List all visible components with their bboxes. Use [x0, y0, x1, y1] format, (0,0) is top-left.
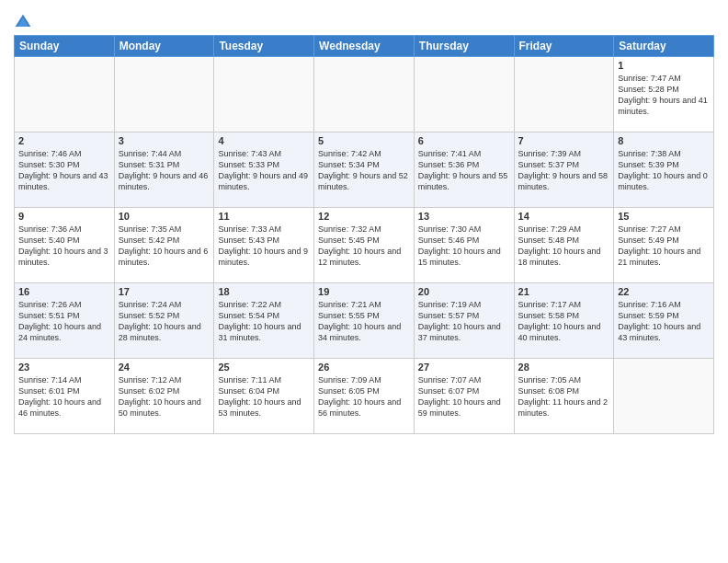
- calendar-day: [214, 57, 314, 132]
- calendar-day: 25Sunrise: 7:11 AM Sunset: 6:04 PM Dayli…: [214, 359, 314, 434]
- day-number: 3: [119, 135, 210, 146]
- calendar-day: 18Sunrise: 7:22 AM Sunset: 5:54 PM Dayli…: [214, 283, 314, 359]
- day-info: Sunrise: 7:39 AM Sunset: 5:37 PM Dayligh…: [518, 148, 610, 193]
- calendar-week-1: 1Sunrise: 7:47 AM Sunset: 5:28 PM Daylig…: [15, 57, 714, 132]
- day-info: Sunrise: 7:32 AM Sunset: 5:45 PM Dayligh…: [318, 224, 410, 269]
- day-number: 20: [418, 286, 510, 297]
- day-info: Sunrise: 7:21 AM Sunset: 5:55 PM Dayligh…: [318, 299, 410, 344]
- calendar-day: 28Sunrise: 7:05 AM Sunset: 6:08 PM Dayli…: [514, 359, 614, 434]
- calendar-week-4: 16Sunrise: 7:26 AM Sunset: 5:51 PM Dayli…: [15, 283, 714, 359]
- calendar-day: 17Sunrise: 7:24 AM Sunset: 5:52 PM Dayli…: [114, 283, 214, 359]
- logo: [14, 13, 34, 31]
- day-number: 14: [518, 211, 610, 222]
- calendar-day: 24Sunrise: 7:12 AM Sunset: 6:02 PM Dayli…: [114, 359, 214, 434]
- calendar-day: 11Sunrise: 7:33 AM Sunset: 5:43 PM Dayli…: [214, 208, 314, 283]
- day-info: Sunrise: 7:33 AM Sunset: 5:43 PM Dayligh…: [218, 224, 310, 269]
- calendar: SundayMondayTuesdayWednesdayThursdayFrid…: [14, 35, 714, 434]
- day-info: Sunrise: 7:46 AM Sunset: 5:30 PM Dayligh…: [18, 148, 110, 193]
- calendar-day: 14Sunrise: 7:29 AM Sunset: 5:48 PM Dayli…: [514, 208, 614, 283]
- day-header-saturday: Saturday: [614, 36, 714, 57]
- calendar-day: [114, 57, 214, 132]
- day-info: Sunrise: 7:14 AM Sunset: 6:01 PM Dayligh…: [18, 374, 110, 419]
- day-info: Sunrise: 7:44 AM Sunset: 5:31 PM Dayligh…: [119, 148, 210, 193]
- day-header-wednesday: Wednesday: [314, 36, 415, 57]
- day-info: Sunrise: 7:41 AM Sunset: 5:36 PM Dayligh…: [418, 148, 510, 193]
- calendar-day: 22Sunrise: 7:16 AM Sunset: 5:59 PM Dayli…: [614, 283, 714, 359]
- day-info: Sunrise: 7:26 AM Sunset: 5:51 PM Dayligh…: [18, 299, 110, 344]
- day-number: 23: [18, 362, 110, 373]
- day-header-monday: Monday: [114, 36, 214, 57]
- calendar-day: 8Sunrise: 7:38 AM Sunset: 5:39 PM Daylig…: [614, 132, 714, 208]
- day-info: Sunrise: 7:22 AM Sunset: 5:54 PM Dayligh…: [218, 299, 310, 344]
- day-header-sunday: Sunday: [15, 36, 115, 57]
- day-info: Sunrise: 7:43 AM Sunset: 5:33 PM Dayligh…: [218, 148, 310, 193]
- day-number: 5: [318, 135, 410, 146]
- day-number: 24: [119, 362, 210, 373]
- calendar-week-3: 9Sunrise: 7:36 AM Sunset: 5:40 PM Daylig…: [15, 208, 714, 283]
- day-number: 6: [418, 135, 510, 146]
- calendar-day: 15Sunrise: 7:27 AM Sunset: 5:49 PM Dayli…: [614, 208, 714, 283]
- day-info: Sunrise: 7:17 AM Sunset: 5:58 PM Dayligh…: [518, 299, 610, 344]
- calendar-day: 12Sunrise: 7:32 AM Sunset: 5:45 PM Dayli…: [314, 208, 415, 283]
- page-container: SundayMondayTuesdayWednesdayThursdayFrid…: [0, 0, 728, 439]
- day-number: 18: [218, 286, 310, 297]
- day-number: 8: [618, 135, 710, 146]
- calendar-day: 6Sunrise: 7:41 AM Sunset: 5:36 PM Daylig…: [414, 132, 514, 208]
- calendar-day: 20Sunrise: 7:19 AM Sunset: 5:57 PM Dayli…: [414, 283, 514, 359]
- calendar-day: 7Sunrise: 7:39 AM Sunset: 5:37 PM Daylig…: [514, 132, 614, 208]
- day-info: Sunrise: 7:42 AM Sunset: 5:34 PM Dayligh…: [318, 148, 410, 193]
- day-info: Sunrise: 7:05 AM Sunset: 6:08 PM Dayligh…: [518, 374, 610, 419]
- day-number: 25: [218, 362, 310, 373]
- day-number: 9: [18, 211, 110, 222]
- day-header-friday: Friday: [514, 36, 614, 57]
- calendar-day: [514, 57, 614, 132]
- calendar-day: [414, 57, 514, 132]
- day-info: Sunrise: 7:27 AM Sunset: 5:49 PM Dayligh…: [618, 224, 710, 269]
- calendar-day: 5Sunrise: 7:42 AM Sunset: 5:34 PM Daylig…: [314, 132, 415, 208]
- day-header-thursday: Thursday: [414, 36, 514, 57]
- calendar-day: 23Sunrise: 7:14 AM Sunset: 6:01 PM Dayli…: [15, 359, 115, 434]
- day-info: Sunrise: 7:47 AM Sunset: 5:28 PM Dayligh…: [618, 73, 710, 118]
- calendar-day: [614, 359, 714, 434]
- day-number: 21: [518, 286, 610, 297]
- day-info: Sunrise: 7:29 AM Sunset: 5:48 PM Dayligh…: [518, 224, 610, 269]
- calendar-day: 26Sunrise: 7:09 AM Sunset: 6:05 PM Dayli…: [314, 359, 415, 434]
- calendar-week-2: 2Sunrise: 7:46 AM Sunset: 5:30 PM Daylig…: [15, 132, 714, 208]
- day-number: 1: [618, 60, 710, 71]
- day-number: 13: [418, 211, 510, 222]
- calendar-day: 13Sunrise: 7:30 AM Sunset: 5:46 PM Dayli…: [414, 208, 514, 283]
- day-number: 19: [318, 286, 410, 297]
- day-number: 22: [618, 286, 710, 297]
- calendar-day: 2Sunrise: 7:46 AM Sunset: 5:30 PM Daylig…: [15, 132, 115, 208]
- day-info: Sunrise: 7:35 AM Sunset: 5:42 PM Dayligh…: [119, 224, 210, 269]
- calendar-day: 4Sunrise: 7:43 AM Sunset: 5:33 PM Daylig…: [214, 132, 314, 208]
- calendar-day: 10Sunrise: 7:35 AM Sunset: 5:42 PM Dayli…: [114, 208, 214, 283]
- day-info: Sunrise: 7:16 AM Sunset: 5:59 PM Dayligh…: [618, 299, 710, 344]
- day-info: Sunrise: 7:07 AM Sunset: 6:07 PM Dayligh…: [418, 374, 510, 419]
- day-header-tuesday: Tuesday: [214, 36, 314, 57]
- day-info: Sunrise: 7:12 AM Sunset: 6:02 PM Dayligh…: [119, 374, 210, 419]
- day-number: 27: [418, 362, 510, 373]
- day-number: 17: [119, 286, 210, 297]
- calendar-day: 1Sunrise: 7:47 AM Sunset: 5:28 PM Daylig…: [614, 57, 714, 132]
- day-number: 28: [518, 362, 610, 373]
- calendar-day: 3Sunrise: 7:44 AM Sunset: 5:31 PM Daylig…: [114, 132, 214, 208]
- calendar-day: 19Sunrise: 7:21 AM Sunset: 5:55 PM Dayli…: [314, 283, 415, 359]
- day-number: 2: [18, 135, 110, 146]
- day-number: 7: [518, 135, 610, 146]
- day-number: 15: [618, 211, 710, 222]
- calendar-day: [314, 57, 415, 132]
- day-info: Sunrise: 7:24 AM Sunset: 5:52 PM Dayligh…: [119, 299, 210, 344]
- day-number: 12: [318, 211, 410, 222]
- day-number: 4: [218, 135, 310, 146]
- day-info: Sunrise: 7:38 AM Sunset: 5:39 PM Dayligh…: [618, 148, 710, 193]
- day-info: Sunrise: 7:36 AM Sunset: 5:40 PM Dayligh…: [18, 224, 110, 269]
- header: [14, 9, 714, 31]
- day-number: 11: [218, 211, 310, 222]
- day-info: Sunrise: 7:30 AM Sunset: 5:46 PM Dayligh…: [418, 224, 510, 269]
- day-info: Sunrise: 7:11 AM Sunset: 6:04 PM Dayligh…: [218, 374, 310, 419]
- calendar-day: 21Sunrise: 7:17 AM Sunset: 5:58 PM Dayli…: [514, 283, 614, 359]
- calendar-day: 9Sunrise: 7:36 AM Sunset: 5:40 PM Daylig…: [15, 208, 115, 283]
- logo-icon: [14, 13, 32, 31]
- calendar-day: 16Sunrise: 7:26 AM Sunset: 5:51 PM Dayli…: [15, 283, 115, 359]
